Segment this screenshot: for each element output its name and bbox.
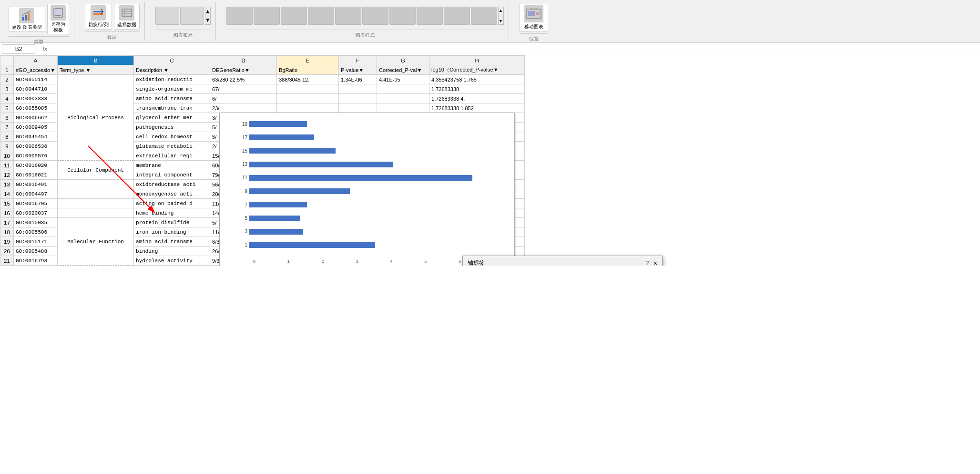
style-thumb-2[interactable] (254, 7, 280, 25)
col-header-d[interactable]: D (210, 56, 277, 65)
cell-21c[interactable]: hydrolase activity (134, 256, 210, 266)
cell-21a[interactable]: GO:0016798 (14, 256, 58, 266)
cell-2f[interactable]: 1.34E-06 (339, 75, 377, 84)
cell-1a[interactable]: #GO_accessio▼ (14, 65, 58, 75)
cell-2e[interactable]: 388/3045 12. (277, 75, 339, 84)
cell-17c[interactable]: protein disulfide (134, 218, 210, 227)
cell-14c[interactable]: monooxygenase acti (134, 189, 210, 199)
layout-thumb-2[interactable] (180, 7, 204, 25)
cell-3h[interactable]: 1.72683338 (429, 84, 525, 94)
cell-5e[interactable] (277, 103, 339, 113)
cell-2a[interactable]: GO:0055114 (14, 75, 58, 84)
cell-3a[interactable]: GO:0044710 (14, 84, 58, 94)
style-thumb-8[interactable] (417, 7, 443, 25)
cell-5d[interactable]: 23/ (210, 103, 277, 113)
style-thumb-3[interactable] (281, 7, 307, 25)
cell-8c[interactable]: cell redox homeost (134, 132, 210, 142)
formula-input[interactable] (51, 45, 978, 53)
cell-20c[interactable]: binding (134, 247, 210, 256)
cell-6a[interactable]: GO:0006662 (14, 113, 58, 123)
layout-thumb-1[interactable] (155, 7, 179, 25)
cell-18a[interactable]: GO:0005506 (14, 227, 58, 237)
cell-10c[interactable]: extracellular regi (134, 151, 210, 161)
style-thumb-4[interactable] (308, 7, 334, 25)
cell-1c[interactable]: Description ▼ (134, 65, 210, 75)
cell-13c[interactable]: oxidoreductase acti (134, 180, 210, 189)
cell-4a[interactable]: GO:0003333 (14, 94, 58, 103)
layout-scroll[interactable]: ▲▼ (205, 7, 211, 25)
cell-3g[interactable] (377, 84, 429, 94)
cell-2c[interactable]: oxidation-reductio (134, 75, 210, 84)
cell-1d[interactable]: DEGeneRatio▼ (210, 65, 277, 75)
cell-6c[interactable]: glycerol ether met (134, 113, 210, 123)
cell-16a[interactable]: GO:0020037 (14, 208, 58, 218)
cell-8a[interactable]: GO:0045454 (14, 132, 58, 142)
cell-11c[interactable]: membrane (134, 161, 210, 170)
cell-14b[interactable] (58, 189, 134, 199)
style-thumb-9[interactable] (444, 7, 470, 25)
cell-3e[interactable] (277, 84, 339, 94)
col-header-h[interactable]: H (429, 56, 525, 65)
cell-1h[interactable]: log10（Corrected_P-value▼ (429, 65, 525, 75)
col-header-c[interactable]: C (134, 56, 210, 65)
cell-15c[interactable]: acting on paired d (134, 199, 210, 208)
style-thumb-1[interactable] (226, 7, 253, 25)
cell-9a[interactable]: GO:0006536 (14, 142, 58, 151)
save-template-button[interactable]: 另存为模板 (47, 4, 69, 34)
cell-2d[interactable]: 63/280 22.5% (210, 75, 277, 84)
cell-2h[interactable]: 4.355423758 1.765 (429, 75, 525, 84)
style-thumb-10[interactable] (471, 7, 497, 25)
cell-10a[interactable]: GO:0005576 (14, 151, 58, 161)
cell-12c[interactable]: integral component (134, 170, 210, 180)
col-header-b[interactable]: B (58, 56, 134, 65)
cell-5f[interactable] (339, 103, 377, 113)
cell-19c[interactable]: amino acid transme (134, 237, 210, 247)
col-header-a[interactable]: A (14, 56, 58, 65)
cell-13a[interactable]: GO:0016491 (14, 180, 58, 189)
cell-2g[interactable]: 4.41E-05 (377, 75, 429, 84)
dialog-help-button[interactable]: ? (646, 259, 650, 266)
cell-ref-input[interactable] (2, 44, 35, 54)
cell-12a[interactable]: GO:0016021 (14, 170, 58, 180)
cell-5c[interactable]: transmembrane tran (134, 103, 210, 113)
select-data-button[interactable]: 选择数据 (114, 4, 140, 30)
cell-16b[interactable] (58, 208, 134, 218)
change-chart-type-button[interactable]: 更改 图表类型 (9, 7, 45, 31)
cell-1g[interactable]: Corrected_P-val▼ (377, 65, 429, 75)
cell-1e[interactable]: BgRatio (277, 65, 339, 75)
cell-7a[interactable]: GO:0009405 (14, 123, 58, 132)
cell-4e[interactable] (277, 94, 339, 103)
cell-5g[interactable] (377, 103, 429, 113)
cell-9c[interactable]: glutamate metaboli (134, 142, 210, 151)
cell-5a[interactable]: GO:0055085 (14, 103, 58, 113)
cell-5h[interactable]: 1.72683338 1.852 (429, 103, 525, 113)
cell-15a[interactable]: GO:0016705 (14, 199, 58, 208)
cell-19a[interactable]: GO:0015171 (14, 237, 58, 247)
move-chart-button[interactable]: 移动图表 (520, 4, 548, 31)
cell-18c[interactable]: iron ion binding (134, 227, 210, 237)
cell-4d[interactable]: 6/ (210, 94, 277, 103)
cell-17a[interactable]: GO:0015035 (14, 218, 58, 227)
cell-20a[interactable]: GO:0005488 (14, 247, 58, 256)
cell-14a[interactable]: GO:0004497 (14, 189, 58, 199)
cell-15b[interactable] (58, 199, 134, 208)
cell-4g[interactable] (377, 94, 429, 103)
col-header-e[interactable]: E (277, 56, 339, 65)
col-header-g[interactable]: G (377, 56, 429, 65)
chart-area[interactable]: 19 17 15 13 11 9 7 5 3 1 (219, 113, 515, 266)
dialog-close-button[interactable]: × (653, 259, 657, 266)
cell-11a[interactable]: GO:0016020 (14, 161, 58, 170)
col-header-f[interactable]: F (339, 56, 377, 65)
cell-13b[interactable] (58, 180, 134, 189)
style-scroll[interactable]: ▲▼ (498, 7, 504, 25)
cell-3f[interactable] (339, 84, 377, 94)
style-thumb-6[interactable] (362, 7, 388, 25)
cell-1f[interactable]: P-value▼ (339, 65, 377, 75)
style-thumb-5[interactable] (335, 7, 361, 25)
cell-16c[interactable]: heme binding (134, 208, 210, 218)
cell-7c[interactable]: pathogenesis (134, 123, 210, 132)
cell-3c[interactable]: single-organism me (134, 84, 210, 94)
cell-4c[interactable]: amino acid transme (134, 94, 210, 103)
cell-3d[interactable]: 67/ (210, 84, 277, 94)
cell-4f[interactable] (339, 94, 377, 103)
